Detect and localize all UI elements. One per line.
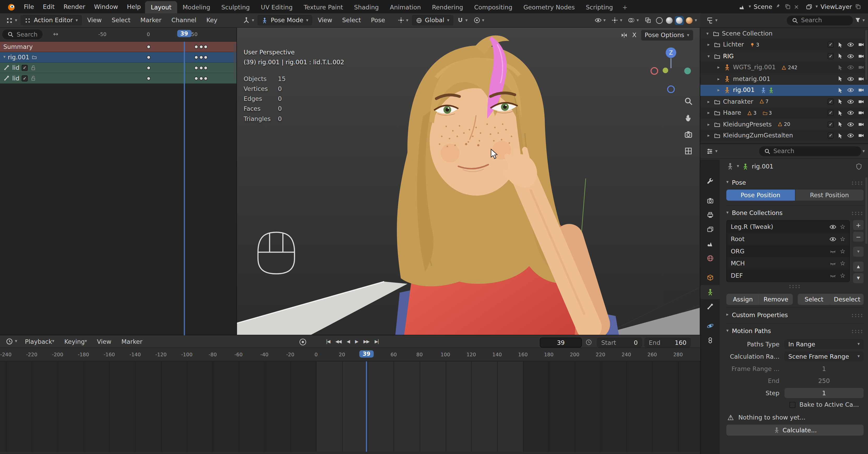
visibility-eye-closed-icon[interactable]: [829, 247, 837, 255]
hide-eye-icon[interactable]: [847, 53, 855, 60]
bone-collection-specials-button[interactable]: ▾: [853, 247, 864, 257]
hide-eye-icon[interactable]: [847, 75, 855, 83]
collection-checkbox[interactable]: [828, 53, 834, 59]
expand-caret-icon[interactable]: ▸: [706, 133, 711, 138]
auto-keying-button[interactable]: [300, 339, 306, 345]
editor-type-button[interactable]: ▾: [240, 15, 256, 25]
tab-scene[interactable]: [700, 237, 719, 251]
current-frame-field[interactable]: 39: [540, 338, 582, 347]
outliner-row-metarig[interactable]: ▸ metarig.001: [700, 73, 868, 84]
collection-checkbox[interactable]: [828, 42, 834, 48]
selectable-icon[interactable]: [837, 64, 843, 71]
hide-eye-icon[interactable]: [847, 109, 855, 117]
solo-star-icon[interactable]: ☆: [840, 273, 845, 279]
selectable-icon[interactable]: [837, 76, 843, 82]
menu-render[interactable]: Render: [59, 0, 90, 13]
shading-material-button[interactable]: [675, 16, 684, 25]
shading-options-chevron-icon[interactable]: ▾: [695, 18, 697, 23]
channel-checkbox[interactable]: [22, 64, 28, 70]
workspace-tab-modeling[interactable]: Modeling: [177, 1, 216, 13]
selectable-icon[interactable]: [837, 121, 843, 127]
outliner-row-scene-collection[interactable]: ▾ Scene Collection: [700, 28, 868, 39]
add-bone-collection-button[interactable]: +: [853, 220, 864, 230]
collection-checkbox[interactable]: [828, 98, 834, 105]
selectable-icon[interactable]: [837, 98, 843, 105]
expand-caret-icon[interactable]: ▸: [706, 99, 711, 104]
selectable-icon[interactable]: [837, 110, 843, 116]
scene-icon[interactable]: [739, 3, 746, 10]
outliner-row-rig-001[interactable]: ▸ rig.001: [700, 85, 868, 96]
workspace-tab-uv-editing[interactable]: UV Editing: [255, 1, 298, 13]
frame-range-start-field[interactable]: 1: [784, 364, 864, 373]
shading-solid-button[interactable]: [665, 16, 674, 25]
jump-to-start-button[interactable]: |◀: [324, 338, 332, 346]
expand-caret-icon[interactable]: ▾: [705, 31, 710, 36]
panel-grip[interactable]: ::::: [851, 210, 864, 216]
frame-range-end-field[interactable]: 250: [784, 376, 864, 386]
breadcrumb-object-name[interactable]: rig.001: [752, 163, 774, 170]
transform-orientation-dropdown[interactable]: Global ▾: [412, 15, 453, 25]
filter-chevron-icon[interactable]: ▾: [863, 18, 865, 23]
menu-select[interactable]: Select: [338, 17, 366, 24]
unlock-icon[interactable]: [30, 64, 36, 71]
options-chevron-icon[interactable]: ▾: [863, 149, 865, 153]
playback-menu[interactable]: Playback ▾: [21, 338, 59, 345]
step-field[interactable]: 1: [784, 388, 864, 398]
workspace-tab-scripting[interactable]: Scripting: [580, 1, 618, 13]
mode-dropdown[interactable]: Pose Mode ▾: [257, 15, 312, 25]
bone-collection-row[interactable]: MCH ☆: [727, 257, 849, 269]
hide-eye-icon[interactable]: [847, 121, 855, 128]
menu-marker[interactable]: Marker: [117, 338, 147, 345]
move-up-button[interactable]: ▲: [853, 262, 864, 272]
expand-caret-icon[interactable]: ▸: [716, 88, 721, 93]
view-layer-browse-chevron-icon[interactable]: ▾: [815, 4, 818, 9]
menu-pose[interactable]: Pose: [367, 17, 390, 24]
selectable-icon[interactable]: [837, 133, 843, 139]
bake-to-active-camera-checkbox[interactable]: [789, 402, 796, 408]
menu-view[interactable]: View: [313, 17, 337, 24]
jump-to-end-button[interactable]: ▶|: [373, 338, 381, 346]
render-camera-icon[interactable]: [858, 121, 865, 128]
render-camera-icon[interactable]: [858, 87, 865, 94]
tab-armature-data[interactable]: [700, 285, 719, 300]
scene-name[interactable]: Scene: [754, 3, 772, 10]
bone-collection-row[interactable]: Leg.R (Tweak) ☆: [727, 221, 849, 233]
expand-caret-icon[interactable]: ▸: [706, 111, 711, 115]
render-camera-icon[interactable]: [858, 109, 865, 117]
frame-start-field[interactable]: Start0: [597, 338, 642, 347]
outliner-row-lichter[interactable]: ▸ Lichter 3: [700, 39, 868, 50]
pose-options-dropdown[interactable]: Pose Options ▾: [641, 30, 693, 40]
paths-type-dropdown[interactable]: In Range ▾: [784, 339, 864, 349]
channel-scrollbar[interactable]: [234, 44, 236, 80]
keying-menu[interactable]: Keying ▾: [60, 338, 91, 345]
unlink-scene-icon[interactable]: ×: [794, 3, 799, 10]
selectable-icon[interactable]: [837, 87, 843, 93]
remove-bone-collection-button[interactable]: −: [853, 232, 864, 242]
tab-object[interactable]: [700, 271, 719, 285]
view-layer-icon[interactable]: [806, 3, 813, 10]
visibility-eye-closed-icon[interactable]: [829, 260, 837, 267]
outliner-row-rig-collection[interactable]: ▾ RIG: [700, 50, 868, 62]
timeline-body[interactable]: [0, 361, 700, 452]
calculation-range-dropdown[interactable]: Scene Frame Range ▾: [784, 351, 864, 361]
pose-panel-header[interactable]: ▾ Pose ::::: [726, 176, 864, 189]
dope-sheet-mode-dropdown[interactable]: Action Editor ▾: [21, 15, 82, 25]
show-overlays-button[interactable]: ▾: [626, 16, 641, 25]
bone-collection-row[interactable]: ORG ☆: [727, 245, 849, 257]
tab-world[interactable]: [700, 251, 719, 265]
render-camera-icon[interactable]: [858, 53, 865, 60]
pose-position-button[interactable]: Pose Position: [726, 190, 795, 201]
properties-scrollbar[interactable]: [865, 177, 867, 244]
unlock-icon[interactable]: [30, 75, 36, 81]
workspace-tab-compositing[interactable]: Compositing: [469, 1, 518, 13]
workspace-tab-sculpting[interactable]: Sculpting: [216, 1, 255, 13]
tab-view-layer[interactable]: [700, 222, 719, 237]
properties-search-input[interactable]: Search: [759, 146, 862, 156]
collection-checkbox[interactable]: [828, 110, 834, 116]
tab-bone[interactable]: [700, 300, 719, 314]
visibility-eye-icon[interactable]: [829, 223, 837, 230]
selectable-icon[interactable]: [837, 53, 843, 59]
outliner-row-kleidungpresets[interactable]: ▸ KleidungPresets 20: [700, 119, 868, 130]
dopesheet-playhead-badge[interactable]: 39: [177, 30, 191, 37]
new-scene-icon[interactable]: [784, 3, 791, 10]
